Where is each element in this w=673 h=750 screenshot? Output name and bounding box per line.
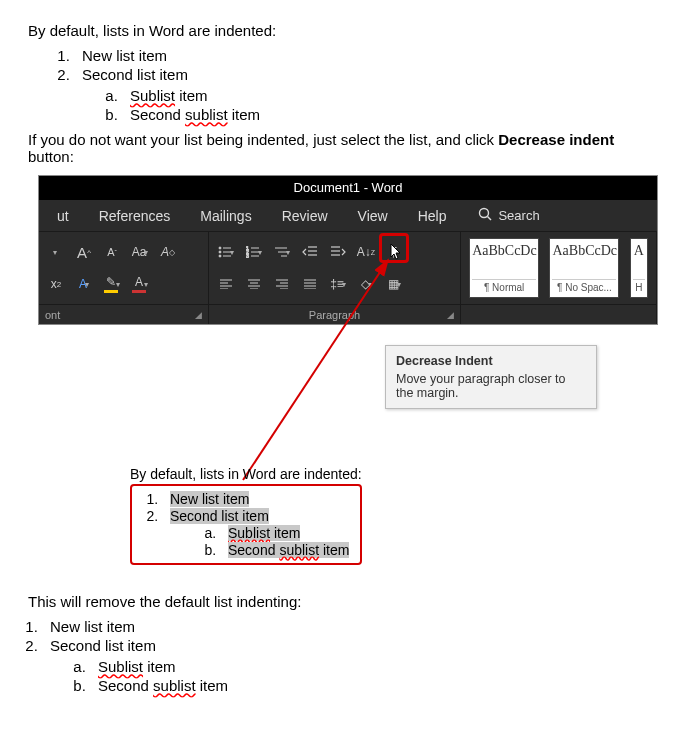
tab-help[interactable]: Help	[404, 200, 461, 232]
search-label[interactable]: Search	[498, 208, 539, 223]
align-left-icon[interactable]	[215, 273, 237, 295]
borders-icon[interactable]: ▦▾	[383, 273, 405, 295]
style-normal[interactable]: AaBbCcDc ¶ Normal	[469, 238, 539, 298]
tab-review[interactable]: Review	[268, 200, 342, 232]
align-right-icon[interactable]	[271, 273, 293, 295]
multilevel-list-icon[interactable]: ▾	[271, 241, 293, 263]
list-item: Second list item Sublist item Second sub…	[42, 637, 645, 694]
format-painter-icon[interactable]: ▾	[45, 241, 67, 263]
sort-icon[interactable]: A↓Z	[355, 241, 377, 263]
numbering-icon[interactable]: 123▾	[243, 241, 265, 263]
font-color-icon[interactable]: A▾	[129, 273, 151, 295]
text-effects-icon[interactable]: A▾	[73, 273, 95, 295]
align-center-icon[interactable]	[243, 273, 265, 295]
svg-text:3: 3	[246, 253, 249, 258]
subscript-icon[interactable]: x2	[45, 273, 67, 295]
tab-references[interactable]: References	[85, 200, 185, 232]
search-icon[interactable]	[478, 207, 492, 224]
svg-point-2	[219, 247, 221, 249]
list-item: Second sublist item	[90, 677, 645, 694]
intro-paragraph: By default, lists in Word are indented:	[28, 22, 645, 39]
font-dialog-launcher-icon[interactable]: ◢	[195, 310, 202, 320]
svg-point-0	[480, 209, 489, 218]
shading-icon[interactable]: ◇▾	[355, 273, 377, 295]
grow-font-icon[interactable]: A^	[73, 241, 95, 263]
list-item: New list item	[42, 618, 645, 635]
list-item: Second list item Sublist item Second sub…	[74, 66, 645, 123]
font-group-label: ont	[45, 309, 60, 321]
paragraph-group-label: Paragraph	[309, 309, 360, 321]
result-paragraph: This will remove the default list indent…	[28, 593, 645, 610]
shrink-font-icon[interactable]: Aˇ	[101, 241, 123, 263]
line-spacing-icon[interactable]: ‡≡▾	[327, 273, 349, 295]
example-list-noindent: New list item Second list item Sublist i…	[28, 618, 645, 694]
example-list-indented: New list item Second list item Sublist i…	[28, 47, 645, 123]
clear-formatting-icon[interactable]: A◇	[157, 241, 179, 263]
tab-view[interactable]: View	[344, 200, 402, 232]
document-snippet: By default, lists in Word are indented: …	[130, 465, 362, 565]
selection-highlight-box: New list item Second list item Sublist i…	[130, 484, 362, 565]
tab-layout-cutoff[interactable]: ut	[43, 200, 83, 232]
svg-line-1	[488, 217, 492, 221]
justify-icon[interactable]	[299, 273, 321, 295]
list-item: Second sublist item	[122, 106, 645, 123]
svg-point-4	[219, 251, 221, 253]
svg-point-6	[219, 255, 221, 257]
style-no-spacing[interactable]: AaBbCcDc ¶ No Spac...	[549, 238, 619, 298]
bullets-icon[interactable]: ▾	[215, 241, 237, 263]
list-item: Sublist item	[122, 87, 645, 104]
increase-indent-icon[interactable]	[327, 241, 349, 263]
tooltip-decrease-indent: Decrease Indent Move your paragraph clos…	[385, 345, 597, 409]
show-marks-icon[interactable]: ¶	[383, 241, 405, 263]
tab-mailings[interactable]: Mailings	[186, 200, 265, 232]
style-heading-cutoff[interactable]: A H	[630, 238, 648, 298]
list-item: Sublist item	[90, 658, 645, 675]
paragraph-dialog-launcher-icon[interactable]: ◢	[447, 310, 454, 320]
list-item: New list item	[74, 47, 645, 64]
decrease-indent-icon[interactable]	[299, 241, 321, 263]
highlight-color-icon[interactable]: ✎▾	[101, 273, 123, 295]
instruction-paragraph: If you do not want your list being inden…	[28, 131, 645, 165]
window-title: Document1 - Word	[39, 176, 657, 200]
word-ribbon: Document1 - Word ut References Mailings …	[38, 175, 658, 325]
change-case-icon[interactable]: Aa▾	[129, 241, 151, 263]
